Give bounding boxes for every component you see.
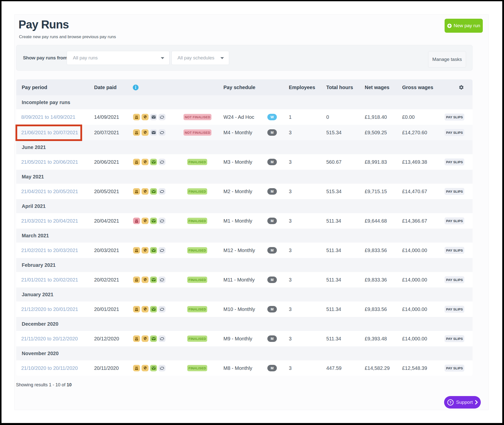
- status-badge: FINALISED: [187, 365, 207, 371]
- column-header-total-hours[interactable]: Total hours: [326, 79, 353, 95]
- shield-icon[interactable]: [142, 188, 149, 195]
- envelope-icon[interactable]: [150, 335, 157, 342]
- payslip-archive-icon[interactable]: [133, 218, 140, 224]
- column-header-net-wages[interactable]: Net wages: [365, 79, 389, 95]
- pay-period-link[interactable]: 21/11/2020 to 20/12/2020: [21, 331, 78, 346]
- column-header-pay-period[interactable]: Pay period: [22, 79, 47, 95]
- envelope-icon[interactable]: [150, 114, 157, 120]
- pay-period-link[interactable]: 21/01/2021 to 20/02/2021: [21, 272, 78, 287]
- column-header-pay-schedule[interactable]: Pay schedule: [223, 79, 255, 95]
- pay-slips-button[interactable]: PAY SLIPS: [445, 188, 464, 195]
- shield-icon[interactable]: [142, 306, 149, 312]
- pay-period-link[interactable]: 21/10/2020 to 20/11/2020: [21, 360, 78, 376]
- pay-period-link[interactable]: 21/02/2021 to 20/03/2021: [21, 243, 78, 258]
- pay-period-link[interactable]: 21/03/2021 to 20/04/2021: [21, 213, 78, 229]
- pay-runs-select[interactable]: All pay runs: [67, 51, 169, 65]
- sync-icon[interactable]: [159, 365, 166, 371]
- results-summary: Showing results 1 - 10 of 10: [16, 382, 72, 388]
- pay-run-row: 21/03/2021 to 20/04/202120/04/2021FINALI…: [16, 213, 473, 229]
- plus-circle-icon: [447, 23, 452, 28]
- gross-wages-value: £14,000.00: [402, 331, 427, 346]
- section-row: April 2021: [16, 199, 473, 213]
- pay-schedules-select[interactable]: All pay schedules: [171, 51, 229, 65]
- pay-runs-table: Pay period Date paid Pay schedule Employ…: [16, 79, 473, 376]
- pay-period-link[interactable]: 8/09/2021 to 14/09/2021: [21, 109, 75, 125]
- schedule-type-badge: M: [267, 247, 277, 254]
- sync-icon[interactable]: [159, 129, 166, 136]
- gross-wages-value: £13,469.38: [402, 154, 427, 170]
- pay-period-link[interactable]: 21/04/2021 to 20/05/2021: [21, 184, 78, 199]
- net-wages-value: £9,509.25: [365, 125, 387, 140]
- payslip-archive-icon[interactable]: [133, 335, 140, 342]
- pay-slips-button[interactable]: PAY SLIPS: [445, 276, 464, 283]
- support-button[interactable]: ? Support: [444, 396, 481, 409]
- pay-period-link[interactable]: 21/06/2021 to 20/07/2021: [21, 125, 78, 140]
- shield-icon[interactable]: [142, 247, 149, 254]
- sync-icon[interactable]: [159, 218, 166, 224]
- section-row: March 2021: [16, 229, 473, 243]
- new-pay-run-button[interactable]: New pay run: [445, 19, 483, 33]
- pay-schedule-value: M4 - Monthly: [223, 125, 252, 140]
- shield-icon[interactable]: [142, 277, 149, 283]
- sync-icon[interactable]: [159, 188, 166, 195]
- payslip-archive-icon[interactable]: [133, 159, 140, 165]
- info-icon[interactable]: [133, 79, 139, 95]
- envelope-icon[interactable]: [150, 188, 157, 195]
- pay-slips-button[interactable]: PAY SLIPS: [445, 306, 464, 313]
- pay-slips-button[interactable]: PAY SLIPS: [445, 158, 464, 165]
- pay-run-row: 21/12/2020 to 20/01/202120/01/2021FINALI…: [16, 301, 473, 317]
- employees-count: 3: [289, 301, 292, 317]
- column-header-date-paid[interactable]: Date paid: [94, 79, 117, 95]
- shield-icon[interactable]: [142, 335, 149, 342]
- envelope-icon[interactable]: [150, 129, 157, 136]
- schedule-type-badge: M: [267, 129, 277, 136]
- pay-slips-button[interactable]: PAY SLIPS: [445, 114, 464, 121]
- pay-period-link[interactable]: 21/05/2021 to 20/06/2021: [21, 154, 78, 170]
- envelope-icon[interactable]: [150, 247, 157, 254]
- total-hours-value: 515.34: [326, 184, 341, 199]
- sync-icon[interactable]: [159, 114, 166, 120]
- section-label: Incomplete pay runs: [22, 95, 70, 109]
- sync-icon[interactable]: [159, 335, 166, 342]
- net-wages-value: £14,582.29: [365, 360, 390, 376]
- total-hours-value: 0: [326, 109, 329, 125]
- pay-slips-button[interactable]: PAY SLIPS: [445, 217, 464, 224]
- shield-icon[interactable]: [142, 114, 149, 120]
- pay-slips-button[interactable]: PAY SLIPS: [445, 129, 464, 136]
- payslip-archive-icon[interactable]: [133, 277, 140, 283]
- column-header-employees[interactable]: Employees: [289, 79, 315, 95]
- sync-icon[interactable]: [159, 247, 166, 254]
- envelope-icon[interactable]: [150, 365, 157, 371]
- shield-icon[interactable]: [142, 365, 149, 371]
- payslip-archive-icon[interactable]: [133, 306, 140, 312]
- envelope-icon[interactable]: [150, 159, 157, 165]
- pay-slips-button[interactable]: PAY SLIPS: [445, 335, 464, 342]
- gross-wages-value: £14,000.00: [402, 243, 427, 258]
- status-icons: [133, 154, 166, 170]
- payslip-archive-icon[interactable]: [133, 129, 140, 136]
- pay-slips-button[interactable]: PAY SLIPS: [445, 365, 464, 372]
- pay-period-link[interactable]: 21/12/2020 to 20/01/2021: [21, 301, 78, 317]
- envelope-icon[interactable]: [150, 306, 157, 312]
- sync-icon[interactable]: [159, 306, 166, 312]
- payslip-archive-icon[interactable]: [133, 114, 140, 120]
- envelope-icon[interactable]: [150, 277, 157, 283]
- shield-icon[interactable]: [142, 159, 149, 165]
- pay-run-row: 21/04/2021 to 20/05/202120/05/2021FINALI…: [16, 184, 473, 199]
- schedule-type-badge: M: [267, 365, 277, 371]
- sync-icon[interactable]: [159, 277, 166, 283]
- payslip-archive-icon[interactable]: [133, 365, 140, 371]
- gear-icon[interactable]: [459, 79, 464, 95]
- shield-icon[interactable]: [142, 218, 149, 224]
- gross-wages-value: £0.00: [402, 109, 415, 125]
- date-paid-value: 20/07/2021: [94, 125, 119, 140]
- pay-slips-button[interactable]: PAY SLIPS: [445, 247, 464, 254]
- envelope-icon[interactable]: [150, 218, 157, 224]
- sync-icon[interactable]: [159, 159, 166, 165]
- shield-icon[interactable]: [142, 129, 149, 136]
- payslip-archive-icon[interactable]: [133, 247, 140, 254]
- column-header-gross-wages[interactable]: Gross wages: [402, 79, 433, 95]
- pay-run-row: 8/09/2021 to 14/09/202114/09/2021NOT FIN…: [16, 109, 473, 125]
- payslip-archive-icon[interactable]: [133, 188, 140, 195]
- manage-tasks-button[interactable]: Manage tasks: [428, 51, 466, 68]
